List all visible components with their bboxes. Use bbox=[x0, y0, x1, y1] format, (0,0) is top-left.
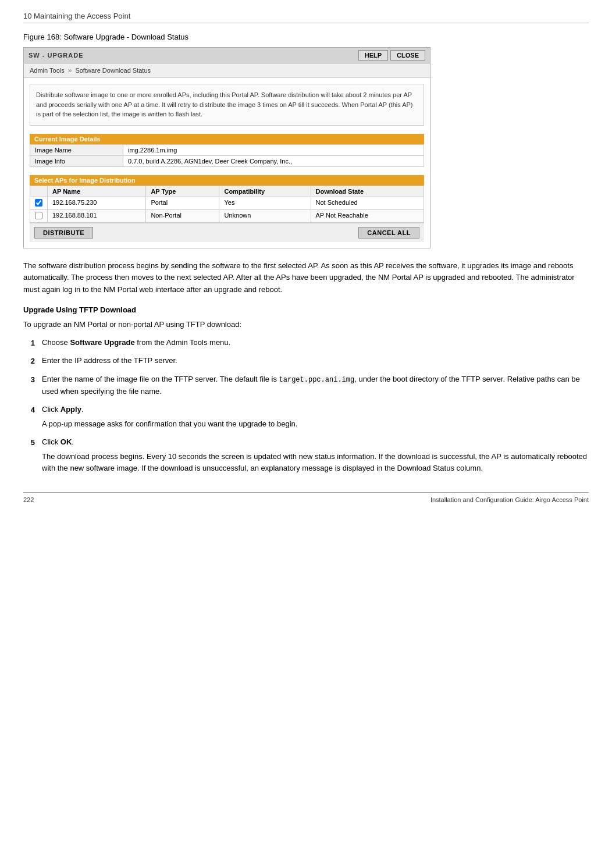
step-content: Choose Software Upgrade from the Admin T… bbox=[42, 337, 589, 349]
image-info-row: Image Info 0.7.0, build A.2286, AGN1dev,… bbox=[30, 155, 424, 166]
distribute-button[interactable]: DISTRIBUTE bbox=[34, 227, 93, 239]
dialog-title: SW - UPGRADE bbox=[29, 52, 84, 59]
step-item: 4Click Apply.A pop-up message asks for c… bbox=[23, 404, 589, 431]
step-sub-text: The download process begins. Every 10 se… bbox=[42, 451, 589, 475]
cancel-all-button[interactable]: CANCEL ALL bbox=[358, 227, 419, 239]
step-number: 1 bbox=[23, 337, 35, 350]
info-text: Distribute software image to one or more… bbox=[36, 91, 412, 118]
ap-table-row: 192.168.88.101Non-PortalUnknownAP Not Re… bbox=[30, 209, 424, 222]
step-bold: OK bbox=[61, 437, 72, 446]
dialog-title-buttons: HELP CLOSE bbox=[358, 50, 425, 61]
close-button[interactable]: CLOSE bbox=[390, 50, 425, 61]
chapter-title: 10 Maintaining the Access Point bbox=[23, 12, 130, 20]
step-main-text: Enter the name of the image file on the … bbox=[42, 373, 589, 398]
ap-row-checkbox-cell bbox=[30, 209, 48, 222]
image-info-label: Image Info bbox=[30, 155, 123, 166]
col-download-state: Download State bbox=[311, 186, 424, 197]
steps-list: 1Choose Software Upgrade from the Admin … bbox=[23, 337, 589, 475]
ap-row-ap-name: 192.168.75.230 bbox=[48, 197, 146, 209]
dialog-body: Distribute software image to one or more… bbox=[24, 78, 430, 248]
step-item: 2Enter the IP address of the TFTP server… bbox=[23, 355, 589, 368]
col-ap-type: AP Type bbox=[146, 186, 219, 197]
figure-number: Figure 168: bbox=[23, 33, 62, 41]
step-number: 5 bbox=[23, 436, 35, 449]
ap-row-checkbox[interactable] bbox=[35, 199, 42, 207]
ap-table-footer: DISTRIBUTE CANCEL ALL bbox=[30, 223, 424, 242]
step-bold: Software Upgrade bbox=[70, 338, 134, 347]
ap-table: AP Name AP Type Compatibility Download S… bbox=[30, 186, 424, 223]
image-name-row: Image Name img.2286.1m.img bbox=[30, 144, 424, 155]
ap-table-header-row: AP Name AP Type Compatibility Download S… bbox=[30, 186, 424, 197]
info-box: Distribute software image to one or more… bbox=[30, 84, 424, 126]
help-button[interactable]: HELP bbox=[358, 50, 388, 61]
ap-row-compatibility: Unknown bbox=[219, 209, 311, 222]
image-info-value: 0.7.0, build A.2286, AGN1dev, Deer Creek… bbox=[123, 155, 424, 166]
step-number: 3 bbox=[23, 373, 35, 386]
section-title: Upgrade Using TFTP Download bbox=[23, 305, 589, 314]
step-content: Click OK.The download process begins. Ev… bbox=[42, 436, 589, 475]
footer-title: Installation and Configuration Guide: Ai… bbox=[430, 496, 589, 503]
step-main-text: Click OK. bbox=[42, 436, 589, 449]
step-number: 4 bbox=[23, 404, 35, 417]
intro-text: To upgrade an NM Portal or non-portal AP… bbox=[23, 319, 589, 331]
step-item: 3Enter the name of the image file on the… bbox=[23, 373, 589, 398]
current-image-section-header: Current Image Details bbox=[30, 134, 424, 144]
ap-row-checkbox[interactable] bbox=[35, 212, 42, 219]
image-name-label: Image Name bbox=[30, 144, 123, 155]
ap-table-row: 192.168.75.230PortalYesNot Scheduled bbox=[30, 197, 424, 209]
dialog-breadcrumb: Admin Tools » Software Download Status bbox=[24, 63, 430, 78]
breadcrumb-download-status: Software Download Status bbox=[75, 67, 151, 74]
sw-upgrade-dialog: SW - UPGRADE HELP CLOSE Admin Tools » So… bbox=[23, 47, 430, 248]
step-bold: Apply bbox=[61, 405, 81, 414]
figure-title: Software Upgrade - Download Status bbox=[63, 33, 188, 41]
ap-row-ap-type: Portal bbox=[146, 197, 219, 209]
ap-row-compatibility: Yes bbox=[219, 197, 311, 209]
step-content: Enter the name of the image file on the … bbox=[42, 373, 589, 398]
col-ap-name: AP Name bbox=[48, 186, 146, 197]
page-header: 10 Maintaining the Access Point bbox=[23, 12, 589, 23]
current-image-table: Image Name img.2286.1m.img Image Info 0.… bbox=[30, 144, 424, 167]
ap-row-ap-type: Non-Portal bbox=[146, 209, 219, 222]
page-footer: 222 Installation and Configuration Guide… bbox=[23, 492, 589, 503]
figure-caption: Figure 168: Software Upgrade - Download … bbox=[23, 33, 589, 41]
step-code: target.ppc.ani.img bbox=[279, 376, 355, 384]
ap-row-ap-name: 192.168.88.101 bbox=[48, 209, 146, 222]
select-aps-section-header: Select APs for Image Distribution bbox=[30, 175, 424, 186]
ap-row-checkbox-cell bbox=[30, 197, 48, 209]
breadcrumb-admin-tools: Admin Tools bbox=[30, 67, 65, 74]
step-content: Enter the IP address of the TFTP server. bbox=[42, 355, 589, 367]
ap-row-download-state: Not Scheduled bbox=[311, 197, 424, 209]
step-item: 5Click OK.The download process begins. E… bbox=[23, 436, 589, 475]
body-paragraph: The software distribution process begins… bbox=[23, 260, 589, 296]
ap-row-download-state: AP Not Reachable bbox=[311, 209, 424, 222]
breadcrumb-separator: » bbox=[68, 66, 72, 74]
step-main-text: Click Apply. bbox=[42, 404, 589, 416]
step-sub-text: A pop-up message asks for confirmation t… bbox=[42, 418, 589, 431]
step-main-text: Enter the IP address of the TFTP server. bbox=[42, 355, 589, 367]
col-compatibility: Compatibility bbox=[219, 186, 311, 197]
image-name-value: img.2286.1m.img bbox=[123, 144, 424, 155]
page-number: 222 bbox=[23, 496, 34, 503]
step-content: Click Apply.A pop-up message asks for co… bbox=[42, 404, 589, 431]
step-number: 2 bbox=[23, 355, 35, 368]
step-main-text: Choose Software Upgrade from the Admin T… bbox=[42, 337, 589, 349]
step-item: 1Choose Software Upgrade from the Admin … bbox=[23, 337, 589, 350]
dialog-titlebar: SW - UPGRADE HELP CLOSE bbox=[24, 48, 430, 63]
col-checkbox bbox=[30, 186, 48, 197]
